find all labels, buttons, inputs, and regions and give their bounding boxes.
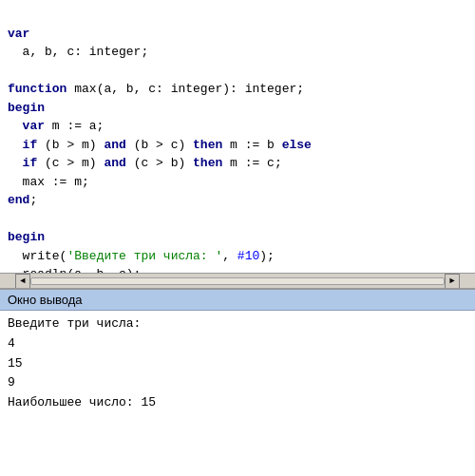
code-line-1: var bbox=[8, 27, 29, 41]
code-line-10: begin bbox=[8, 230, 45, 244]
code-content: var a, b, c: integer; function max(a, b,… bbox=[8, 6, 467, 290]
scroll-track[interactable] bbox=[30, 277, 445, 285]
code-line-7: if (c > m) and (c > b) then m := c; bbox=[8, 156, 282, 170]
horizontal-scrollbar[interactable]: ◄ ► bbox=[0, 273, 475, 288]
output-panel: Окно вывода Введите три числа: 4 15 9 На… bbox=[0, 290, 475, 476]
output-header: Окно вывода bbox=[0, 290, 475, 311]
code-line-4: begin bbox=[8, 101, 45, 115]
code-line-8: max := m; bbox=[8, 175, 89, 189]
output-content: Введите три числа: 4 15 9 Наибольшее чис… bbox=[0, 311, 475, 476]
code-line-2: a, b, c: integer; bbox=[8, 45, 148, 59]
code-line-6: if (b > m) and (b > c) then m := b else bbox=[8, 138, 312, 152]
code-editor: var a, b, c: integer; function max(a, b,… bbox=[0, 0, 475, 290]
scroll-right-button[interactable]: ► bbox=[445, 274, 460, 289]
code-line-11: write('Введите три числа: ', #10); bbox=[8, 249, 275, 263]
scroll-left-button[interactable]: ◄ bbox=[15, 274, 30, 289]
code-line-5: var m := a; bbox=[8, 119, 104, 133]
code-line-3: function max(a, b, c: integer): integer; bbox=[8, 82, 304, 96]
code-line-9: end; bbox=[8, 193, 37, 207]
